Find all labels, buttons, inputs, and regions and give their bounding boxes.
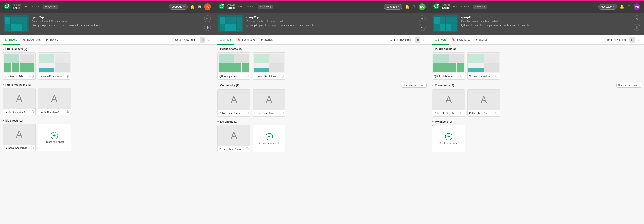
info-icon[interactable]: ⓘ [66, 74, 69, 78]
grid-view-button[interactable]: ⊞ [630, 37, 635, 42]
app-selector[interactable]: qsop2qc ▾ [384, 4, 402, 10]
create-new-sheet-button[interactable]: Create new sheet [388, 38, 413, 42]
tab-stories[interactable]: ▶ Stories [43, 35, 60, 45]
sheet-card[interactable]: A Private Sheet (bob) ⓘ [218, 125, 250, 152]
list-view-button[interactable]: ≡ [421, 37, 426, 42]
info-icon[interactable]: ⓘ [31, 110, 34, 114]
apps-grid-icon[interactable]: ⊞ [628, 4, 630, 9]
create-new-sheet-card[interactable]: + Create new sheet [252, 125, 286, 152]
info-icon[interactable]: ⓘ [460, 111, 463, 115]
sheet-card[interactable]: A Personal Sheet (rvr) ⓘ [3, 124, 36, 151]
info-icon[interactable]: ⓘ [281, 74, 284, 78]
section-header[interactable]: ▾ My sheets (1) [218, 120, 426, 123]
section-header[interactable]: ▾ Published by me (2) [3, 83, 212, 86]
info-icon[interactable]: ⓘ [246, 111, 248, 115]
topbar-nav: Narrate Storytelling [30, 4, 58, 9]
section-my-sheets: ▾ My sheets (0) + Create new sheet [432, 120, 641, 152]
create-new-sheet-card[interactable]: + Create new sheet [432, 125, 465, 152]
sheet-name: Public Sheet (bob) [434, 112, 455, 114]
sheet-card[interactable]: A Public Sheet (bob) ⓘ [432, 89, 465, 116]
section-header[interactable]: ▾ Community (2) ⇅ Published date ▾ [432, 83, 641, 88]
topbar-more-icon[interactable]: ••• [24, 5, 28, 9]
info-icon[interactable]: ⓘ [31, 74, 34, 78]
section-header[interactable]: ▾ Public sheets (2) [3, 48, 212, 50]
info-icon[interactable]: ⓘ [66, 110, 69, 114]
sheet-card[interactable]: A Public Sheet (bob) ⓘ [218, 89, 250, 116]
sheet-card[interactable]: A Public Sheet (rvr) ⓘ [467, 89, 500, 116]
settings-button[interactable]: ⚙ [419, 24, 426, 31]
app-actions: ✎ ⚙ [419, 16, 426, 31]
tab-bookmarks[interactable]: 🔖 Bookmarks [234, 35, 258, 45]
sheet-card[interactable]: Session Breakdown ⓘ [38, 52, 71, 80]
section-header[interactable]: ▾ Community (2) ⇅ Published date ▾ [218, 83, 426, 88]
topbar-more-icon[interactable]: ••• [238, 5, 242, 9]
sheet-card[interactable]: A Public Sheet (rvr) ⓘ [38, 88, 71, 116]
sheet-card[interactable]: Qlik Analytic Adventure ··· ⓘ [432, 52, 465, 80]
tab-sheets-icon: □ [220, 38, 222, 41]
apps-grid-icon[interactable]: ⊞ [198, 4, 201, 9]
settings-button[interactable]: ⚙ [204, 24, 211, 31]
list-view-button[interactable]: ≡ [636, 37, 641, 42]
sheet-ellipsis[interactable]: ··· [458, 74, 460, 78]
create-new-sheet-button[interactable]: Create new sheet [173, 38, 198, 42]
list-view-button[interactable]: ≡ [206, 37, 212, 42]
create-new-sheet-button[interactable]: Create new sheet [603, 38, 628, 42]
edit-button[interactable]: ✎ [634, 16, 640, 22]
sheet-info-bar: Session Breakdown ⓘ [468, 73, 500, 79]
sheet-card[interactable]: A Public Sheet (bob) ⓘ [3, 88, 36, 116]
sheet-card[interactable]: Qlik Analytic Adventure ··· ⓘ [3, 52, 36, 80]
bell-icon[interactable]: 🔔 [620, 4, 624, 9]
create-new-sheet-card[interactable]: + Create new sheet [38, 124, 71, 151]
section-header[interactable]: ▾ My sheets (1) [3, 119, 212, 122]
tab-stories[interactable]: ▶ Stories [473, 35, 490, 45]
section-header[interactable]: ▾ Public sheets (2) [432, 48, 641, 50]
sheet-card[interactable]: Qlik Analytic Adventure ··· ⓘ [218, 52, 250, 80]
section-header[interactable]: ▾ My sheets (0) [432, 120, 641, 123]
bell-icon[interactable]: 🔔 [405, 4, 410, 9]
tab-bookmarks[interactable]: 🔖 Bookmarks [20, 35, 43, 45]
settings-button[interactable]: ⚙ [634, 24, 640, 31]
sheet-ellipsis[interactable]: ··· [243, 74, 246, 78]
info-icon[interactable]: ⓘ [246, 74, 248, 78]
app-selector[interactable]: qsop2qc ▾ [169, 4, 188, 10]
sheet-thumbnail-letter: A [218, 90, 250, 110]
sheet-card[interactable]: Session Breakdown ⓘ [252, 52, 286, 80]
sheet-card[interactable]: Session Breakdown ⓘ [467, 52, 500, 80]
app-selector[interactable]: qsop2qc ▾ [598, 4, 617, 10]
sort-dropdown[interactable]: ⇅ Published date ▾ [616, 83, 641, 88]
sheet-card[interactable]: A Public Sheet (rvr) ⓘ [252, 89, 286, 116]
tab-sheets[interactable]: □ Sheets [3, 35, 20, 45]
edit-button[interactable]: ✎ [419, 16, 426, 22]
grid-view-button[interactable]: ⊞ [415, 37, 420, 42]
grid-view-button[interactable]: ⊞ [200, 37, 206, 42]
sheet-ellipsis[interactable]: ··· [28, 74, 31, 78]
topbar-more-icon[interactable]: ••• [453, 5, 457, 9]
qlik-logo [433, 3, 440, 10]
sheet-name: Qlik Analytic Adventure [4, 75, 28, 78]
user-avatar[interactable]: MB [634, 4, 640, 10]
tab-bookmarks[interactable]: 🔖 Bookmarks [449, 35, 473, 45]
tab-sheets[interactable]: □ Sheets [218, 35, 234, 45]
sheet-thumbnail [432, 52, 465, 73]
info-icon[interactable]: ⓘ [496, 74, 498, 78]
user-avatar[interactable]: RC [204, 4, 211, 10]
section-header[interactable]: ▾ Public sheets (2) [218, 48, 426, 50]
app-actions: ✎ ⚙ [204, 16, 211, 31]
sheet-info-bar: Public Sheet (rvr) ⓘ [38, 109, 70, 115]
bell-icon[interactable]: 🔔 [190, 4, 195, 9]
apps-grid-icon[interactable]: ⊞ [413, 4, 416, 9]
tab-sheets-icon: □ [435, 38, 437, 41]
tab-sheets-label: Sheets [438, 38, 446, 41]
tab-sheets[interactable]: □ Sheets [432, 35, 449, 45]
app-thumbnail [218, 16, 243, 32]
info-icon[interactable]: ⓘ [460, 74, 463, 78]
tabs-bar: □ Sheets 🔖 Bookmarks ▶ Stories Create ne… [430, 35, 644, 45]
info-icon[interactable]: ⓘ [31, 146, 34, 150]
info-icon[interactable]: ⓘ [496, 111, 498, 115]
sort-dropdown[interactable]: ⇅ Published date ▾ [402, 83, 426, 88]
tab-stories[interactable]: ▶ Stories [258, 35, 275, 45]
info-icon[interactable]: ⓘ [281, 111, 284, 115]
info-icon[interactable]: ⓘ [246, 147, 248, 151]
user-avatar[interactable]: BO [419, 4, 426, 10]
edit-button[interactable]: ✎ [204, 16, 211, 22]
